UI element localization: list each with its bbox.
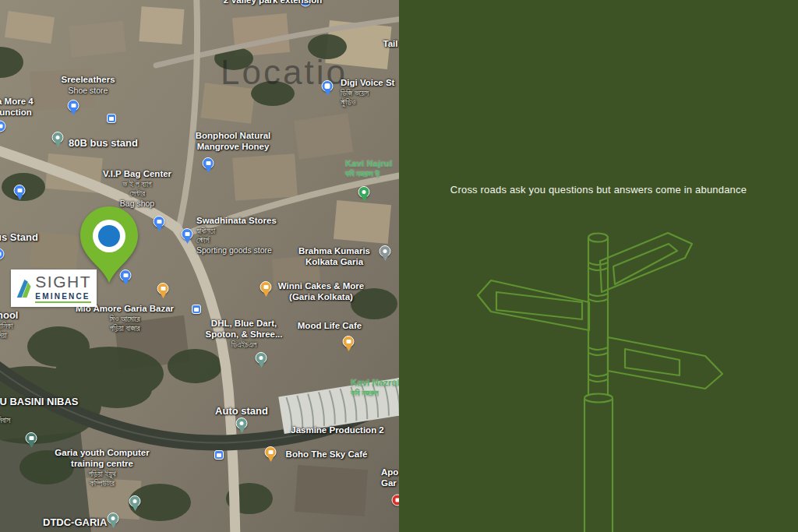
map-label-auto-stand: Auto stand <box>215 405 268 417</box>
map-label-line: কবি নজরুল <box>351 389 399 398</box>
map-label-kavi-nazrul: Kavi Nazrulকবি নজরুল <box>351 378 399 398</box>
map-pin-park-icon <box>358 186 370 202</box>
map-label-line: DTDC-GARIA <box>43 516 107 529</box>
brand-logo: SIGHT EMINENCE <box>11 270 97 307</box>
logo-title: SIGHT <box>35 273 91 290</box>
map-label-vip-bag-center: V.I.P Bag Centerভ ই প ব্যাগসেন্টারBag sh… <box>103 169 171 208</box>
map-label-line: 80B bus stand <box>69 137 138 150</box>
map-label-boho-sky-cafe: Boho The Sky Café <box>286 449 368 460</box>
map-label-more-4-junction: a More 4junction <box>0 97 34 118</box>
map-label-line: Sreeleathers <box>61 75 115 86</box>
map-pin-bag-icon <box>182 228 193 244</box>
map-label-line: Swadhinata Stores <box>196 216 277 227</box>
map-label-line: Boho The Sky Café <box>286 449 368 460</box>
map-label-line: DHL, Blue Dart, <box>205 319 282 329</box>
map-label-sreeleathers: SreeleathersShoe store <box>61 75 115 95</box>
map-label-line: DU BASINI NIBAS <box>0 396 79 408</box>
map-label-kavi-najrul: Kavi Najrulকবি নজরুল উ <box>345 159 392 179</box>
map-label-line: Spoton, & Shree... <box>205 329 282 340</box>
map-label-line: training centre <box>55 459 149 470</box>
map-label-line: কম্পিউটার <box>55 479 149 488</box>
page: Locatio 2 Valley park extensionTail &FSr… <box>0 0 798 532</box>
map-label-mood-life-cafe: Mood Life Cafe <box>298 321 362 332</box>
map-pin-bus-icon <box>192 305 201 314</box>
map-label-line: গড়িয়া বাজার <box>76 324 174 333</box>
map-label-line: Kavi Nazrul <box>351 378 399 389</box>
map-pin-bag-icon <box>0 248 5 260</box>
map-label-line: Kavi Najrul <box>345 159 392 170</box>
map-label-line: Shoe store <box>61 86 115 96</box>
map-label-school-left: hoolমানিকামিয়া <box>0 309 18 340</box>
map-pin-cafe-icon <box>260 281 272 297</box>
map-label-line: Mood Life Cafe <box>298 321 362 332</box>
map-label-line: মানিকা <box>0 322 18 331</box>
map-label-line: Tail & <box>383 39 399 50</box>
map-pin-dot-icon <box>256 352 267 368</box>
map-label-digi-voice: Digi Voice Stডিজি ভয়েসস্টুডিও <box>341 78 394 107</box>
map-label-line: 2 Valley park extension <box>224 0 323 6</box>
map-pin-cafe-icon <box>343 336 355 351</box>
map-label-line: Winni Cakes & More <box>278 281 364 292</box>
map-label-line: স্টোর্স <box>196 236 277 245</box>
map-pin-cafe-icon <box>265 446 277 462</box>
map-label-line: V.I.P Bag Center <box>103 169 171 180</box>
map-label-line: Apo <box>381 467 398 478</box>
map-pin-blue-icon <box>0 121 6 132</box>
logo-subtitle: EMINENCE <box>35 292 91 303</box>
map-pin-bag-icon <box>154 216 165 231</box>
map-label-line: ভ ই প ব্যাগ <box>103 180 171 189</box>
map-label-bonphool: Bonphool NaturalMangrove Honey <box>196 131 270 153</box>
map-label-jasmine-production: Jasmine Production 2 <box>291 425 384 436</box>
crossroads-signpost-icon <box>452 218 764 532</box>
map-label-line: F <box>383 50 399 61</box>
map-label-line: মিও আমোরে <box>76 315 174 324</box>
map-label-garia-youth: Garia youth Computertraining centreগড়িয… <box>55 448 149 488</box>
map-label-valley-park: 2 Valley park extension <box>224 0 323 6</box>
map-label-line: Digi Voice St <box>341 78 394 89</box>
map-label-line: us Stand <box>0 231 38 244</box>
map-pin-digi-icon <box>322 80 334 96</box>
map-pin-dot-icon <box>108 513 119 528</box>
map-label-dtdc-garia: DTDC-GARIA <box>43 516 107 529</box>
map-label-bus-stand-left: us Stand <box>0 231 38 244</box>
map-pin-bag-icon <box>14 185 26 200</box>
map-label-line: Jasmine Production 2 <box>291 425 384 436</box>
map-pin-bag-icon <box>203 157 214 173</box>
map-label-line: junction <box>0 107 34 118</box>
sign-middle-left <box>478 280 589 330</box>
map-label-line: Gar <box>381 478 398 489</box>
map-label-line: মিয়া <box>0 331 18 340</box>
map-panel: Locatio 2 Valley park extensionTail &FSr… <box>0 0 399 532</box>
map-pin-grey-icon <box>380 245 391 261</box>
map-label-du-basini-nibas: DU BASINI NIBAS <box>0 396 79 408</box>
map-label-line: নিবাস <box>0 416 10 425</box>
map-label-line: Kolkata Garia <box>298 257 370 268</box>
map-pin-bus-icon <box>107 114 116 123</box>
map-label-swadhinata: Swadhinata Storesস্বাধীনতাস্টোর্সSportin… <box>196 216 277 255</box>
map-pin-rest-icon <box>157 283 169 298</box>
map-label-apo: ApoGar <box>381 467 398 489</box>
map-pin-bus-icon <box>214 450 224 460</box>
map-label-line: ডিজি ভয়েস <box>341 89 394 98</box>
map-label-line: ডিএইচএল <box>205 340 282 350</box>
map-pin-dot-icon <box>52 132 64 147</box>
sign-upper-right <box>600 233 692 292</box>
map-pin-dot-icon <box>236 417 248 433</box>
map-label-bus-stand-80b: 80B bus stand <box>69 137 138 150</box>
map-label-line: Brahma Kumaris <box>298 246 370 257</box>
map-pin-dot-icon <box>129 495 141 511</box>
map-label-line: Bonphool Natural <box>196 131 270 142</box>
map-label-line: সেন্টার <box>103 189 171 199</box>
quote-text: Cross roads ask you questions but answer… <box>399 184 798 196</box>
map-label-line: স্বাধীনতা <box>196 227 277 236</box>
map-pin-red-icon <box>392 495 400 506</box>
map-label-line: স্টুডিও <box>341 98 394 107</box>
map-label-line: a More 4 <box>0 97 34 107</box>
quote-panel: Cross roads ask you questions but answer… <box>399 0 798 532</box>
map-label-tail: Tail &F <box>383 39 399 61</box>
map-label-line: গড়িয়া ইয়ুথ <box>55 470 149 479</box>
map-label-line: (Garia Kolkata) <box>278 292 364 303</box>
map-label-dhl-blue-dart: DHL, Blue Dart,Spoton, & Shree...ডিএইচএল <box>205 319 282 350</box>
map-label-line: Auto stand <box>215 405 268 417</box>
map-label-line: Sporting goods store <box>196 245 277 255</box>
